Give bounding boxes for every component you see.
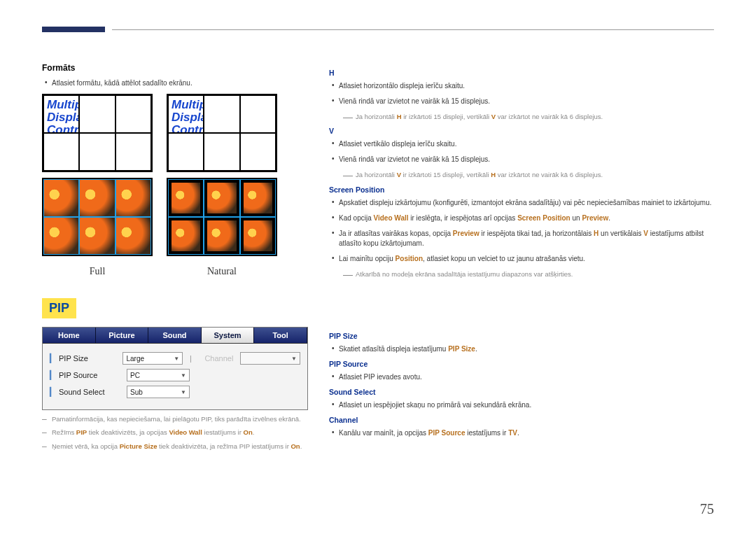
grid-word: Multiple xyxy=(47,98,79,111)
sound-select-heading: Sound Select xyxy=(329,388,714,396)
grid-word: Multiple xyxy=(172,98,204,111)
tab-home[interactable]: Home xyxy=(43,328,96,343)
header-accent xyxy=(42,27,105,32)
grid-full-text: MultipleDisplayControl xyxy=(42,94,153,172)
grid-text-row: MultipleDisplayControl MultipleDisplayCo… xyxy=(42,94,308,172)
caption-natural: Natural xyxy=(167,266,277,277)
grid-word: Display xyxy=(172,111,204,124)
pip-source-select[interactable]: PC▼ xyxy=(127,369,190,381)
pip-source-label: PIP Source xyxy=(50,370,120,380)
pip-channel-select: ▼ xyxy=(240,352,300,365)
pip-sound-label: Sound Select xyxy=(50,387,120,397)
sp-bullet-4: Lai mainītu opciju Position, atlasiet ko… xyxy=(329,254,714,264)
v-note: Ja horizontāli V ir izkārtoti 15 displej… xyxy=(343,170,714,179)
tab-system[interactable]: System xyxy=(202,328,255,343)
sp-bullet-1: Apskatiet displeju izkārtojumu (konfigur… xyxy=(329,198,714,208)
pip-note-basic: Pamatinformācija, kas nepieciešama, lai … xyxy=(42,414,308,423)
grid-natural-image xyxy=(167,178,277,256)
grid-full-image xyxy=(42,178,153,256)
pip-source-heading: PIP Source xyxy=(329,360,714,368)
page-number: 75 xyxy=(700,501,714,517)
pip-tabs: Home Picture Sound System Tool xyxy=(43,328,307,344)
formats-heading: Formāts xyxy=(42,63,308,73)
sp-heading: Screen Position xyxy=(329,185,714,194)
h-bullet-2: Vienā rindā var izvietot ne vairāk kā 15… xyxy=(329,97,714,106)
pip-channel-label: Channel xyxy=(204,354,233,363)
pip-row-source: PIP Source PC▼ xyxy=(50,369,300,381)
chevron-down-icon: ▼ xyxy=(181,389,186,395)
h-bullet-1: Atlasiet horizontālo displeja ierīču ska… xyxy=(329,81,714,91)
pip-row-size: PIP Size Large▼ | Channel ▼ xyxy=(50,352,300,365)
tab-picture[interactable]: Picture xyxy=(96,328,149,343)
pip-size-bullet: Skatiet atlasītā displeja iestatījumu PI… xyxy=(329,344,714,354)
grid-word: Control xyxy=(172,123,204,133)
sp-bullet-3: Ja ir atlasītas vairākas kopas, opcija P… xyxy=(329,229,714,248)
sp-note: Atkarībā no modeļa ekrāna sadalītāja ies… xyxy=(343,269,714,279)
pip-panel: Home Picture Sound System Tool PIP Size … xyxy=(42,327,308,410)
grid-word: Control xyxy=(47,123,79,133)
tab-tool[interactable]: Tool xyxy=(254,328,307,343)
pip-note-deact: Režīms PIP tiek deaktivizēts, ja opcijas… xyxy=(42,428,308,437)
sp-bullet-2: Kad opcija Video Wall ir ieslēgta, ir ie… xyxy=(329,213,714,223)
pip-source-bullet: Atlasiet PIP ievades avotu. xyxy=(329,372,714,382)
channel-bullet: Kanālu var mainīt, ja opcijas PIP Source… xyxy=(329,428,714,438)
chevron-down-icon: ▼ xyxy=(291,356,297,362)
pip-note-picsize: Ņemiet vērā, ka opcija Picture Size tiek… xyxy=(42,442,308,451)
pip-sound-select[interactable]: Sub▼ xyxy=(127,386,190,398)
chevron-down-icon: ▼ xyxy=(181,372,186,379)
pip-badge: PIP xyxy=(42,298,76,318)
formats-bullet: Atlasiet formātu, kādā attēlot sadalīto … xyxy=(42,78,308,88)
v-bullet-2: Vienā rindā var izvietot ne vairāk kā 15… xyxy=(329,155,714,164)
sound-select-bullet: Atlasiet un iespējojiet skaņu no primārā… xyxy=(329,400,714,410)
channel-heading: Channel xyxy=(329,416,714,424)
caption-full: Full xyxy=(42,266,153,277)
grid-image-row xyxy=(42,178,308,256)
pip-sound-value: Sub xyxy=(130,388,143,396)
h-heading: H xyxy=(329,69,714,77)
tab-sound[interactable]: Sound xyxy=(148,328,202,343)
pip-size-value: Large xyxy=(126,355,144,363)
pip-row-sound: Sound Select Sub▼ xyxy=(50,386,300,398)
pip-source-value: PC xyxy=(130,372,140,379)
chevron-down-icon: ▼ xyxy=(174,356,179,362)
right-column: H Atlasiet horizontālo displeja ierīču s… xyxy=(329,63,714,454)
pip-size-select[interactable]: Large▼ xyxy=(122,352,183,365)
v-heading: V xyxy=(329,127,714,135)
grid-word: Display xyxy=(47,111,79,124)
pip-size-heading: PIP Size xyxy=(329,332,714,340)
header-rule xyxy=(112,29,714,30)
v-bullet-1: Atlasiet vertikālo displeja ierīču skait… xyxy=(329,139,714,149)
grid-natural-text: MultipleDisplayControl xyxy=(167,94,277,172)
left-column: Formāts Atlasiet formātu, kādā attēlot s… xyxy=(42,63,308,454)
h-note: Ja horizontāli H ir izkārtoti 15 displej… xyxy=(343,112,714,121)
pip-size-label: PIP Size xyxy=(50,353,115,363)
